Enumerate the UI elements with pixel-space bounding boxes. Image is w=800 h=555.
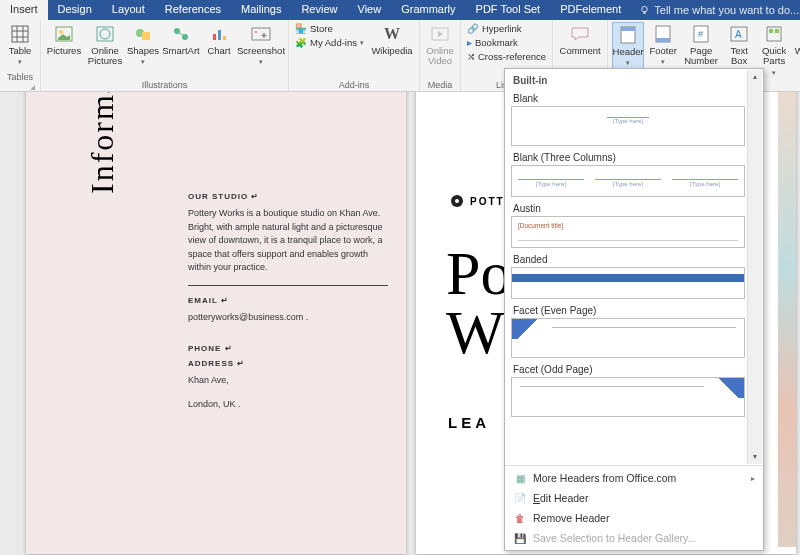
svg-rect-16 xyxy=(213,34,216,40)
page-number-icon: # xyxy=(691,24,711,44)
bookmark-icon: ▸ xyxy=(467,37,472,48)
group-tables: Table▾ Tables xyxy=(0,20,41,91)
hero-title: Po W xyxy=(446,244,511,362)
group-illustrations: Pictures Online Pictures Shapes▾ SmartAr… xyxy=(41,20,289,91)
addins-icon: 🧩 xyxy=(295,37,307,48)
phone-heading: PHONE ↵ xyxy=(188,344,388,353)
gallery-item-austin[interactable]: [Document title] xyxy=(511,216,745,248)
svg-point-0 xyxy=(642,6,648,12)
dialog-launcher-icon[interactable] xyxy=(21,83,36,91)
gallery-item-facet-odd[interactable] xyxy=(511,377,745,417)
gallery-item-facet-even[interactable] xyxy=(511,318,745,358)
comment-button[interactable]: Comment xyxy=(557,22,603,58)
svg-rect-33 xyxy=(769,29,773,33)
page-left[interactable]: Information OUR STUDIO ↵ Pottery Works i… xyxy=(26,92,406,554)
screenshot-button[interactable]: ✚Screenshot▾ xyxy=(238,22,284,68)
group-label-illustrations: Illustrations xyxy=(45,80,284,91)
svg-rect-17 xyxy=(218,30,221,40)
online-pictures-icon xyxy=(95,24,115,44)
address-heading: ADDRESS ↵ xyxy=(188,359,388,368)
more-headers-button[interactable]: ▦ More Headers from Office.com ▸ xyxy=(505,468,763,488)
cross-reference-button[interactable]: ⤭Cross-reference xyxy=(465,50,548,63)
email-heading: EMAIL ↵ xyxy=(188,296,388,305)
logo-icon xyxy=(450,194,464,208)
gallery-item-blank3[interactable]: [Type here][Type here][Type here] xyxy=(511,165,745,197)
header-gallery-dropdown: Built-in Blank [Type here] Blank (Three … xyxy=(504,68,764,551)
wikipedia-icon: W xyxy=(382,24,402,44)
tab-pdftoolset[interactable]: PDF Tool Set xyxy=(466,0,551,20)
svg-point-10 xyxy=(100,29,110,39)
page-title-vertical: Information xyxy=(84,92,121,194)
scroll-down-icon[interactable]: ▾ xyxy=(748,450,762,464)
footer-button[interactable]: Footer▾ xyxy=(647,22,679,68)
tab-grammarly[interactable]: Grammarly xyxy=(391,0,465,20)
lightbulb-icon xyxy=(639,5,650,16)
svg-rect-18 xyxy=(223,36,226,40)
online-pictures-button[interactable]: Online Pictures xyxy=(86,22,124,69)
pictures-button[interactable]: Pictures xyxy=(45,22,83,58)
chevron-right-icon: ▸ xyxy=(751,474,755,483)
textbox-icon: A xyxy=(729,24,749,44)
tab-references[interactable]: References xyxy=(155,0,231,20)
tell-me-search[interactable]: Tell me what you want to do... xyxy=(631,0,800,20)
office-icon: ▦ xyxy=(513,471,527,485)
comment-icon xyxy=(570,24,590,44)
studio-block: OUR STUDIO ↵ Pottery Works is a boutique… xyxy=(188,192,388,421)
tab-view[interactable]: View xyxy=(348,0,392,20)
chart-icon xyxy=(209,24,229,44)
quickparts-icon xyxy=(764,24,784,44)
crossref-icon: ⤭ xyxy=(467,51,475,62)
group-addins: 🏪Store 🧩My Add-ins ▾ WWikipedia Add-ins xyxy=(289,20,420,91)
tab-mailings[interactable]: Mailings xyxy=(231,0,291,20)
tab-layout[interactable]: Layout xyxy=(102,0,155,20)
svg-rect-25 xyxy=(621,27,635,31)
gallery-footer: ▦ More Headers from Office.com ▸ 📄 EEdit… xyxy=(505,465,763,550)
footer-icon xyxy=(653,24,673,44)
svg-text:A: A xyxy=(735,29,742,40)
studio-paragraph: Pottery Works is a boutique studio on Kh… xyxy=(188,207,388,275)
remove-icon: 🗑 xyxy=(513,511,527,525)
gallery-item-banded[interactable] xyxy=(511,267,745,299)
gallery-item-label: Facet (Odd Page) xyxy=(511,360,745,377)
wikipedia-button[interactable]: WWikipedia xyxy=(369,22,415,58)
my-addins-button[interactable]: 🧩My Add-ins ▾ xyxy=(293,36,366,49)
edit-icon: 📄 xyxy=(513,491,527,505)
remove-header-button[interactable]: 🗑 Remove Header xyxy=(505,508,763,528)
shapes-icon xyxy=(133,24,153,44)
our-studio-heading: OUR STUDIO ↵ xyxy=(188,192,388,201)
gallery-item-blank[interactable]: [Type here] xyxy=(511,106,745,146)
group-label-addins: Add-ins xyxy=(293,80,415,91)
svg-rect-2 xyxy=(12,26,28,42)
svg-point-36 xyxy=(455,199,459,203)
bookmark-button[interactable]: ▸Bookmark xyxy=(465,36,548,49)
wordart-button[interactable]: AWordArt▾ xyxy=(793,22,800,68)
smartart-icon xyxy=(171,24,191,44)
tab-review[interactable]: Review xyxy=(291,0,347,20)
shapes-button[interactable]: Shapes▾ xyxy=(127,22,159,68)
table-icon xyxy=(10,24,30,44)
svg-rect-1 xyxy=(644,11,646,13)
store-button[interactable]: 🏪Store xyxy=(293,22,366,35)
group-label-media: Media xyxy=(424,80,456,91)
gallery-item-label: Facet (Even Page) xyxy=(511,301,745,318)
save-selection-button: 💾 Save Selection to Header Gallery... xyxy=(505,528,763,548)
gallery-scrollbar[interactable]: ▴ ▾ xyxy=(747,70,762,464)
tab-design[interactable]: Design xyxy=(48,0,102,20)
svg-text:✚: ✚ xyxy=(261,32,267,39)
svg-line-15 xyxy=(179,33,183,35)
tab-insert[interactable]: Insert xyxy=(0,0,48,20)
store-icon: 🏪 xyxy=(295,23,307,34)
table-button[interactable]: Table▾ xyxy=(4,22,36,68)
save-icon: 💾 xyxy=(513,531,527,545)
svg-point-8 xyxy=(59,30,63,34)
smartart-button[interactable]: SmartArt xyxy=(162,22,200,58)
edit-header-button[interactable]: 📄 EEdit Headerdit Header xyxy=(505,488,763,508)
gallery-scroll[interactable]: Built-in Blank [Type here] Blank (Three … xyxy=(505,69,763,465)
address-line1: Khan Ave, xyxy=(188,374,388,388)
hyperlink-button[interactable]: 🔗Hyperlink xyxy=(465,22,548,35)
chart-button[interactable]: Chart xyxy=(203,22,235,58)
scroll-up-icon[interactable]: ▴ xyxy=(748,70,762,84)
svg-text:#: # xyxy=(698,29,703,39)
header-button[interactable]: Header▾ xyxy=(612,22,644,70)
tab-pdfelement[interactable]: PDFelement xyxy=(550,0,631,20)
